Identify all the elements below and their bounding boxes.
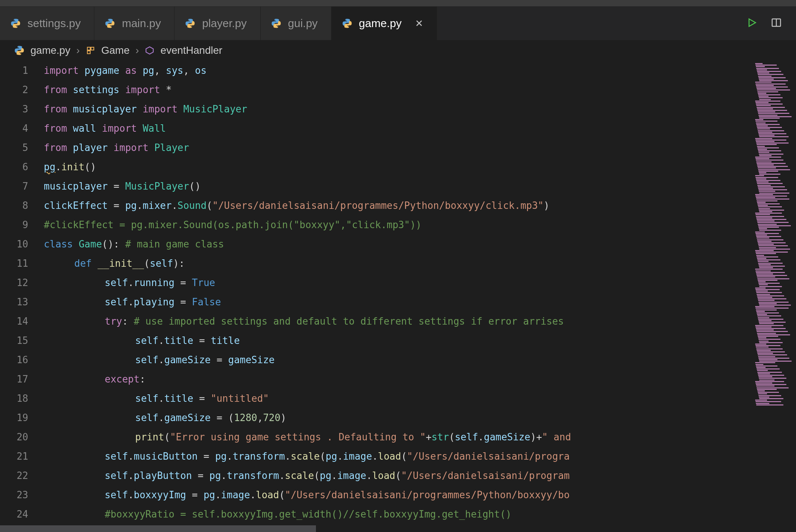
python-icon — [342, 18, 352, 29]
line-number: 13 — [0, 292, 28, 312]
chevron-icon: › — [136, 45, 139, 56]
code-line[interactable]: print("Error using game settings . Defau… — [44, 427, 796, 447]
line-number: 23 — [0, 485, 28, 505]
line-number: 21 — [0, 447, 28, 466]
line-number-gutter: 123456789101112131415161718192021222324 — [0, 61, 41, 532]
minimap[interactable] — [752, 61, 796, 532]
tab-label: main.py — [122, 17, 161, 30]
line-number: 24 — [0, 505, 28, 524]
tab-label: settings.py — [27, 17, 81, 30]
line-number: 6 — [0, 157, 28, 177]
method-icon — [145, 46, 154, 55]
code-line[interactable]: try: # use imported settings and default… — [44, 312, 796, 331]
tab-label: gui.py — [288, 17, 318, 30]
code-line[interactable]: from settings import * — [44, 80, 796, 99]
line-number: 11 — [0, 254, 28, 273]
code-line[interactable]: except: — [44, 370, 796, 389]
python-icon — [185, 18, 195, 29]
code-line[interactable]: from musicplayer import MusicPlayer — [44, 99, 796, 119]
editor-tabs: settings.py main.py player.py gui.py gam… — [0, 7, 796, 40]
tab-settings-py[interactable]: settings.py — [0, 7, 94, 40]
code-line[interactable]: self.gameSize = gameSize — [44, 350, 796, 370]
close-icon[interactable]: ✕ — [415, 18, 423, 29]
code-line[interactable]: self.title = "untitled" — [44, 389, 796, 408]
chevron-icon: › — [76, 45, 79, 56]
line-number: 7 — [0, 177, 28, 196]
line-number: 8 — [0, 196, 28, 215]
code-area[interactable]: import pygame as pg, sys, osfrom setting… — [41, 61, 796, 532]
code-line[interactable]: def __init__(self): — [44, 254, 796, 273]
code-editor[interactable]: 123456789101112131415161718192021222324 … — [0, 61, 796, 532]
breadcrumb[interactable]: game.py › Game › eventHandler — [0, 40, 796, 61]
class-icon — [86, 46, 95, 55]
svg-marker-0 — [749, 19, 756, 26]
code-line[interactable]: from player import Player — [44, 138, 796, 157]
svg-rect-3 — [87, 47, 90, 50]
line-number: 3 — [0, 99, 28, 119]
window-titlebar — [0, 0, 796, 7]
breadcrumb-class[interactable]: Game — [101, 45, 130, 56]
line-number: 22 — [0, 466, 28, 485]
code-line[interactable]: self.gameSize = (1280,720) — [44, 408, 796, 427]
line-number: 10 — [0, 234, 28, 254]
line-number: 12 — [0, 273, 28, 292]
run-icon[interactable] — [746, 17, 757, 30]
code-line[interactable]: self.musicButton = pg.transform.scale(pg… — [44, 447, 796, 466]
line-number: 15 — [0, 331, 28, 350]
line-number: 16 — [0, 350, 28, 370]
tab-gui-py[interactable]: gui.py — [261, 7, 332, 40]
breadcrumb-method[interactable]: eventHandler — [160, 45, 222, 56]
line-number: 18 — [0, 389, 28, 408]
line-number: 1 — [0, 61, 28, 80]
svg-rect-4 — [91, 47, 94, 50]
line-number: 2 — [0, 80, 28, 99]
tab-label: game.py — [359, 17, 402, 30]
tab-main-py[interactable]: main.py — [94, 7, 174, 40]
python-icon — [105, 18, 115, 29]
tab-game-py[interactable]: game.py✕ — [332, 7, 437, 40]
line-number: 20 — [0, 427, 28, 447]
code-line[interactable]: from wall import Wall — [44, 119, 796, 138]
code-line[interactable]: import pygame as pg, sys, os — [44, 61, 796, 80]
code-line[interactable]: #boxxyyRatio = self.boxxyyImg.get_width(… — [44, 505, 796, 524]
tab-spacer — [437, 7, 732, 40]
tab-actions — [732, 7, 796, 40]
code-line[interactable]: musicplayer = MusicPlayer() — [44, 177, 796, 196]
code-line[interactable]: self.boxxyyImg = pg.image.load("/Users/d… — [44, 485, 796, 505]
line-number: 4 — [0, 119, 28, 138]
code-line[interactable]: clickEffect = pg.mixer.Sound("/Users/dan… — [44, 196, 796, 215]
horizontal-scrollbar[interactable] — [0, 525, 752, 532]
line-number: 19 — [0, 408, 28, 427]
svg-marker-6 — [146, 47, 154, 54]
code-line[interactable]: pg.init() — [44, 157, 796, 177]
breadcrumb-file[interactable]: game.py — [30, 45, 70, 56]
code-line[interactable]: self.title = title — [44, 331, 796, 350]
code-line[interactable]: self.running = True — [44, 273, 796, 292]
line-number: 14 — [0, 312, 28, 331]
tab-label: player.py — [202, 17, 247, 30]
code-line[interactable]: #clickEffect = pg.mixer.Sound(os.path.jo… — [44, 215, 796, 234]
code-line[interactable]: self.playing = False — [44, 292, 796, 312]
svg-rect-5 — [87, 51, 90, 54]
line-number: 17 — [0, 370, 28, 389]
code-line[interactable]: self.playButton = pg.transform.scale(pg.… — [44, 466, 796, 485]
line-number: 5 — [0, 138, 28, 157]
split-editor-icon[interactable] — [771, 17, 782, 30]
python-icon — [271, 18, 281, 29]
python-icon — [10, 18, 21, 29]
line-number: 9 — [0, 215, 28, 234]
code-line[interactable]: class Game(): # main game class — [44, 234, 796, 254]
scrollbar-thumb[interactable] — [0, 525, 316, 532]
tab-player-py[interactable]: player.py — [174, 7, 260, 40]
python-icon — [14, 45, 25, 56]
